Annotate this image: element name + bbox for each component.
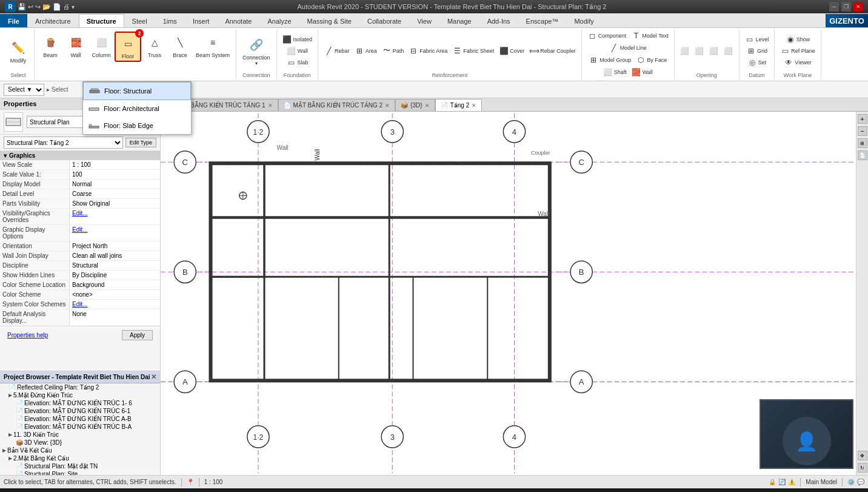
dormer-opening-btn[interactable]: ⬜ — [722, 45, 735, 56]
pb-mat-dung-kien-truc[interactable]: ▶ 5.Mặt Đứng Kiến Trúc — [0, 391, 160, 399]
rotate-btn[interactable]: ↻ — [858, 463, 867, 473]
tab-annotate[interactable]: Annotate — [217, 14, 259, 27]
tab-tang2-arch[interactable]: 📄 MẶT BẰNG KIẾN TRÚC TẦNG 2 ✕ — [278, 99, 396, 111]
properties-help-link[interactable]: Properties help — [4, 330, 52, 340]
beam-btn[interactable]: 🪵 Beam — [38, 32, 62, 59]
shaft-opening-btn[interactable]: ⬜ — [707, 45, 721, 56]
tab-tang2-struct[interactable]: 📄 Tầng 2 ✕ — [435, 99, 482, 111]
model-text-btn[interactable]: TModel Text — [629, 30, 670, 41]
tab-steel[interactable]: Steel — [124, 14, 155, 27]
floor-btn[interactable]: ▭ Floor 2 — [115, 32, 141, 62]
truss-label: Truss — [148, 52, 161, 58]
view-type-select[interactable]: Structural Plan: Tầng 2 — [4, 136, 123, 149]
vertical-opening-btn[interactable]: ⬜ — [693, 45, 706, 56]
zoom-out-btn[interactable]: − — [858, 126, 867, 136]
beam-system-btn[interactable]: ≡ Beam System — [193, 32, 232, 59]
pb-3d-view-3d[interactable]: 📦 3D View: {3D} — [0, 439, 160, 447]
tab-collaborate[interactable]: Collaborate — [359, 14, 409, 27]
ref-plane-btn[interactable]: ▭Ref Plane — [778, 45, 817, 56]
wall-structure-btn[interactable]: 🧱 Wall — [64, 32, 88, 59]
tab-massing[interactable]: Massing & Site — [299, 14, 359, 27]
quick-access-toolbar[interactable]: R 💾 ↩ ↪ 📂 📄 🖨 ▾ — [5, 1, 75, 12]
pb-mat-dat-tn[interactable]: 📄 Structural Plan: Mặt đặt TN — [0, 462, 160, 470]
select-dropdown[interactable]: Select ▼ — [4, 84, 44, 96]
by-face-opening-btn[interactable]: ⬜ — [678, 45, 692, 56]
edit-type-btn[interactable]: Edit Type — [125, 138, 156, 147]
tab-3d-close[interactable]: ✕ — [425, 103, 430, 109]
brace-btn[interactable]: ╲ Brace — [168, 32, 192, 59]
tab-manage[interactable]: Manage — [439, 14, 479, 27]
restore-btn[interactable]: ❐ — [841, 2, 851, 12]
pb-ban-ve-ket-cau[interactable]: ▶ Bản Vẽ Kết Cấu — [0, 447, 160, 454]
truss-btn[interactable]: △ Truss — [142, 32, 167, 59]
pb-mat-bang-ket-cau[interactable]: ▶ 2.Mặt Bằng Kết Cấu — [0, 454, 160, 462]
show-btn[interactable]: ◉Show — [784, 34, 812, 45]
fit-view-btn[interactable]: ⊞ — [858, 138, 867, 148]
component-btn[interactable]: ◻Component — [586, 30, 629, 41]
pb-elevation-6-1[interactable]: 📄 Elevation: MẶT ĐỨNG KIẾN TRÚC 6-1 — [0, 407, 160, 415]
set-btn[interactable]: ◎Set — [746, 57, 769, 68]
pb-site-plan[interactable]: 📄 Structural Plan: Site — [0, 470, 160, 475]
model-group-btn[interactable]: ⊞Model Group — [587, 55, 633, 66]
tab-modify[interactable]: Modify — [566, 14, 601, 27]
modify-btn[interactable]: ✏️ Modify — [6, 37, 30, 65]
by-face-btn[interactable]: ⬡By Face — [634, 55, 669, 66]
wall-foundation-btn[interactable]: ⬜ Wall — [285, 45, 310, 56]
tab-architecture[interactable]: Architecture — [27, 14, 79, 27]
print-btn[interactable]: 🖨 — [63, 3, 70, 10]
slab-btn[interactable]: ▭ Slab — [284, 57, 310, 68]
zoom-sheet-btn[interactable]: 📄 — [858, 150, 867, 160]
minimize-btn[interactable]: ─ — [829, 2, 839, 12]
isolated-btn[interactable]: ⬛ Isolated — [281, 34, 315, 45]
rebar-btn[interactable]: ╱Rebar — [322, 45, 352, 56]
grid-btn[interactable]: ⊞Grid — [744, 45, 769, 56]
pb-elevation-b-a[interactable]: 📄 Elevation: MẶT ĐỨNG KIẾN TRÚC B-A — [0, 423, 160, 431]
floor-slab-edge-item[interactable]: Floor: Slab Edge — [83, 117, 191, 134]
graphics-section-header[interactable]: ▾ Graphics — [0, 151, 160, 160]
fabric-area-btn[interactable]: ⊟Fabric Area — [407, 45, 449, 56]
new-btn[interactable]: 📄 — [53, 3, 61, 11]
tab-insert[interactable]: Insert — [185, 14, 218, 27]
open-btn[interactable]: 📂 — [42, 3, 51, 11]
pb-3d-kien-truc[interactable]: ▶ 11. 3D Kiến Trúc — [0, 431, 160, 439]
zoom-in-btn[interactable]: + — [858, 114, 867, 124]
tab-3d[interactable]: 📦 {3D} ✕ — [395, 99, 435, 111]
viewer-btn[interactable]: 👁Viewer — [782, 57, 813, 68]
close-btn[interactable]: ✕ — [853, 2, 863, 12]
connection-btn[interactable]: 🔗 Connection ▾ — [240, 34, 273, 67]
tab-analyze[interactable]: Analyze — [259, 14, 299, 27]
pb-close-btn[interactable]: ✕ — [151, 373, 156, 381]
pb-elevation-a-b[interactable]: 📄 Elevation: MẶT ĐỨNG KIẾN TRÚC A-B — [0, 415, 160, 423]
pb-elevation-1-6[interactable]: 📄 Elevation: MẶT ĐỨNG KIẾN TRÚC 1- 6 — [0, 399, 160, 407]
tab-structure[interactable]: Structure — [79, 14, 124, 27]
undo-btn[interactable]: ↩ — [28, 3, 33, 11]
redo-btn[interactable]: ↪ — [35, 3, 41, 11]
rebar-coupler-btn[interactable]: ⟺Rebar Coupler — [527, 45, 578, 56]
tab-tang2-arch-close[interactable]: ✕ — [385, 103, 390, 109]
drawing-canvas[interactable]: 1·2 3 4 1·2 3 4 C B A — [161, 112, 868, 475]
shaft-btn[interactable]: ⬜Shaft — [601, 67, 629, 78]
model-text-label: Model Text — [642, 33, 668, 39]
wall-model-btn[interactable]: 🧱Wall — [630, 67, 655, 78]
floor-structural-item[interactable]: Floor: Structural — [83, 82, 191, 100]
tab-addins[interactable]: Add-Ins — [479, 14, 518, 27]
model-line-btn[interactable]: ╱Model Line — [607, 42, 649, 53]
tab-tang1-arch-close[interactable]: ✕ — [268, 103, 273, 109]
tab-view[interactable]: View — [409, 14, 439, 27]
tab-tang2-struct-close[interactable]: ✕ — [472, 103, 476, 109]
level-btn[interactable]: ▭Level — [743, 34, 771, 45]
pb-reflected-ceiling[interactable]: 📄 Reflected Ceiling Plan: Tầng 2 — [0, 383, 160, 391]
tab-enscape[interactable]: Enscape™ — [518, 14, 567, 27]
apply-btn[interactable]: Apply — [122, 330, 153, 340]
pan-btn[interactable]: ✥ — [858, 451, 867, 460]
save-btn[interactable]: 💾 — [18, 3, 26, 11]
window-controls[interactable]: ─ ❐ ✕ — [829, 2, 863, 12]
tab-file[interactable]: File — [0, 14, 27, 27]
floor-architectural-item[interactable]: Floor: Architectural — [83, 100, 191, 117]
path-btn[interactable]: 〜Path — [380, 45, 406, 56]
area-btn[interactable]: ⊞Area — [353, 45, 379, 56]
cover-btn[interactable]: ⬛Cover — [497, 45, 526, 56]
fabric-sheet-btn[interactable]: ☰Fabric Sheet — [450, 45, 496, 56]
column-btn[interactable]: ⬜ Column — [89, 32, 113, 59]
tab-1ims[interactable]: 1ims — [155, 14, 185, 27]
